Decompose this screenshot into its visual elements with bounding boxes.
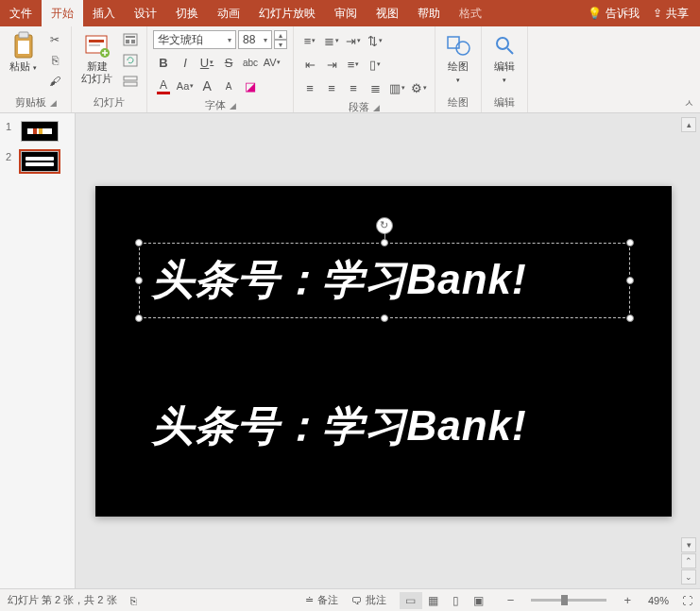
shadow-button[interactable]: abc: [240, 52, 261, 73]
collapse-ribbon[interactable]: ㅅ: [684, 96, 694, 110]
group-drawing: 绘图▾ 绘图: [435, 26, 482, 112]
indent-icon: ⇥: [346, 34, 356, 48]
tell-me[interactable]: 💡 告诉我: [588, 6, 640, 22]
scroll-up-button[interactable]: ▴: [681, 117, 696, 132]
zoom-out-button[interactable]: −: [504, 593, 519, 607]
tab-transition[interactable]: 切换: [166, 0, 208, 26]
clipboard-launcher[interactable]: ◢: [50, 98, 57, 108]
copy-button[interactable]: ⎘: [44, 51, 65, 70]
increase-indent-button[interactable]: ⇥: [321, 54, 342, 75]
handle-ml[interactable]: [135, 277, 143, 284]
align-left-button[interactable]: ≡: [299, 77, 320, 98]
handle-mr[interactable]: [626, 277, 634, 284]
new-slide-button[interactable]: 新建 幻灯片: [77, 30, 116, 87]
bullets-button[interactable]: ≡▾: [299, 30, 320, 51]
paragraph-launcher[interactable]: ◢: [373, 103, 380, 112]
handle-tr[interactable]: [626, 239, 634, 246]
paste-button[interactable]: 粘贴 ▾: [6, 30, 41, 75]
scissors-icon: ✂: [50, 33, 60, 46]
align-text-button[interactable]: ▯▾: [365, 54, 385, 75]
sorter-view-button[interactable]: ▦: [422, 592, 445, 609]
align-center-button[interactable]: ≡: [321, 77, 342, 98]
svg-rect-9: [126, 40, 129, 43]
zoom-slider[interactable]: [531, 599, 606, 602]
smartart-button[interactable]: ⚙▾: [408, 77, 429, 98]
font-launcher[interactable]: ◢: [230, 101, 236, 110]
bold-button[interactable]: B: [153, 52, 174, 73]
tab-file[interactable]: 文件: [0, 0, 42, 26]
tab-design[interactable]: 设计: [125, 0, 166, 26]
font-size-combo[interactable]: 88▾: [238, 30, 272, 49]
numbering-button[interactable]: ≣▾: [321, 30, 342, 51]
alignv-icon: ▯: [369, 58, 376, 72]
scroll-down-button[interactable]: ▾: [681, 537, 696, 552]
grow-font-button[interactable]: A: [196, 76, 217, 96]
tab-review[interactable]: 审阅: [325, 0, 367, 26]
tab-insert[interactable]: 插入: [83, 0, 125, 26]
tab-format[interactable]: 格式: [450, 0, 491, 26]
tab-help[interactable]: 帮助: [408, 0, 450, 26]
rotate-handle[interactable]: ↻: [376, 217, 393, 234]
tab-animation[interactable]: 动画: [208, 0, 249, 26]
thumb-num-1: 1: [6, 121, 15, 142]
font-name-combo[interactable]: 华文琥珀▾: [153, 30, 236, 49]
spellcheck-icon[interactable]: ⎘: [130, 595, 137, 606]
handle-br[interactable]: [626, 314, 634, 322]
svg-rect-5: [89, 44, 100, 46]
zoom-value[interactable]: 49%: [648, 595, 669, 606]
notes-icon: ≐: [305, 594, 314, 606]
prev-slide-button[interactable]: ⌃: [681, 553, 696, 569]
underline-button[interactable]: U▾: [196, 52, 217, 73]
align-right-button[interactable]: ≡: [343, 77, 364, 98]
clear-format-button[interactable]: ◪: [240, 76, 261, 96]
handle-tl[interactable]: [135, 239, 143, 246]
comments-button[interactable]: 🗨批注: [351, 593, 386, 607]
change-case-button[interactable]: Aa▾: [175, 76, 196, 96]
cut-button[interactable]: ✂: [44, 30, 65, 49]
thumbnail-2[interactable]: 2: [6, 151, 69, 172]
font-color-button[interactable]: A: [153, 76, 174, 96]
columns-button[interactable]: ▥▾: [386, 77, 407, 98]
slide-text-1[interactable]: 头条号：学习Bank!: [152, 252, 527, 308]
font-size-up[interactable]: ▴: [274, 30, 287, 40]
normal-view-button[interactable]: ▭: [400, 592, 422, 609]
drawing-button[interactable]: 绘图▾: [441, 30, 475, 87]
format-painter-button[interactable]: 🖌: [44, 72, 65, 91]
thumbnail-1[interactable]: 1: [6, 121, 69, 142]
handle-tm[interactable]: [381, 239, 388, 246]
decrease-indent-button[interactable]: ⇤: [299, 54, 320, 75]
notes-button[interactable]: ≐备注: [305, 593, 338, 607]
text-direction-button[interactable]: ⇅▾: [365, 30, 385, 51]
direction-icon: ⇅: [367, 34, 378, 48]
editing-button[interactable]: 编辑▾: [487, 30, 521, 87]
shrink-font-button[interactable]: A: [218, 76, 239, 96]
tab-slideshow[interactable]: 幻灯片放映: [249, 0, 325, 26]
line-spacing-button[interactable]: ≡▾: [343, 54, 364, 75]
next-slide-button[interactable]: ⌄: [681, 569, 696, 585]
char-spacing-button[interactable]: AV▾: [262, 52, 282, 73]
font-size-value: 88: [243, 33, 255, 46]
tab-home[interactable]: 开始: [42, 0, 83, 26]
share-button[interactable]: ⇪ 共享: [653, 6, 689, 22]
section-button[interactable]: [120, 72, 141, 91]
reading-view-button[interactable]: ▯: [445, 592, 468, 609]
tab-view[interactable]: 视图: [367, 0, 408, 26]
justify-button[interactable]: ≣: [365, 77, 385, 98]
slideshow-view-button[interactable]: ▣: [468, 592, 490, 609]
strike-button[interactable]: S: [218, 52, 239, 73]
layout-button[interactable]: [120, 30, 141, 49]
zoom-knob[interactable]: [561, 595, 568, 605]
slide-text-2[interactable]: 头条号：学习Bank!: [152, 399, 527, 454]
canvas-area[interactable]: ▴ ↻ 头条号：学习Bank! 头条号：学习Bank! ▾ ⌃ ⌄: [76, 113, 700, 588]
comments-label: 批注: [366, 593, 386, 607]
font-size-down[interactable]: ▾: [274, 40, 287, 49]
slide-canvas[interactable]: ↻ 头条号：学习Bank! 头条号：学习Bank!: [95, 186, 672, 517]
italic-button[interactable]: I: [175, 52, 196, 73]
fit-window-button[interactable]: ⛶: [682, 595, 692, 606]
reset-button[interactable]: [120, 51, 141, 70]
handle-bl[interactable]: [135, 314, 143, 322]
new-slide-icon: [84, 32, 111, 59]
zoom-in-button[interactable]: +: [620, 593, 635, 607]
list-level-button[interactable]: ⇥▾: [343, 30, 364, 51]
handle-bm[interactable]: [381, 314, 388, 322]
